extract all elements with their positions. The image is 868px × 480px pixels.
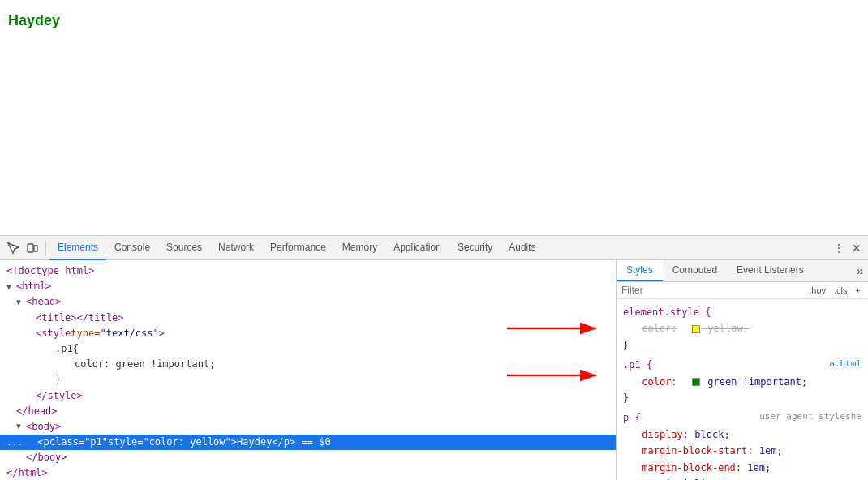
filter-buttons: :hov .cls + [806,285,863,296]
tab-application[interactable]: Application [385,236,449,260]
styles-content: element.style { color: yellow; } .p1 { a… [617,299,868,480]
select-element-icon[interactable] [3,238,23,258]
html-line: ▼ <head> [0,294,616,310]
yellow-swatch[interactable] [692,325,700,333]
html-line: <style type= "text/css" > [0,326,616,341]
main-page: Haydey [0,0,868,235]
tab-network[interactable]: Network [210,236,262,260]
tab-sources[interactable]: Sources [158,236,210,260]
tab-elements[interactable]: Elements [49,236,106,260]
devtools-panel: Elements Console Sources Network Perform… [0,235,868,480]
styles-tab-styles[interactable]: Styles [617,260,663,281]
toolbar-separator [45,241,46,255]
html-panel[interactable]: <!doctype html> ▼ <html> ▼ <head> <title… [0,260,617,480]
html-line: ▼ <body> [0,419,616,435]
tab-console[interactable]: Console [106,236,158,260]
styles-tab-computed[interactable]: Computed [663,260,727,281]
green-swatch[interactable] [692,378,700,386]
cls-filter-btn[interactable]: .cls [831,285,850,296]
style-rule-element: element.style { color: yellow; } [617,302,868,355]
html-line: <title></title> [0,311,616,326]
filter-input[interactable] [621,285,806,296]
style-rule-p1: .p1 { a.html color: green !important; } [617,355,868,408]
html-line: </style> [0,388,616,404]
devtools-toolbar: Elements Console Sources Network Perform… [0,236,868,260]
html-line: <!doctype html> [0,264,616,279]
styles-panel: Styles Computed Event Listeners » :hov .… [617,260,868,480]
style-rule-p: p { user agent styleshe display: block; … [617,408,868,480]
more-tools-icon[interactable]: ⋮ [831,240,847,256]
html-line: .p1{ [0,341,616,357]
tab-memory[interactable]: Memory [334,236,385,260]
svg-rect-1 [34,246,37,251]
add-style-btn[interactable]: + [853,285,863,296]
toolbar-end: ⋮ ✕ [831,240,865,256]
tab-performance[interactable]: Performance [262,236,334,260]
styles-tabs: Styles Computed Event Listeners » [617,260,868,282]
svg-rect-0 [28,244,33,252]
styles-filter-bar: :hov .cls + [617,282,868,299]
html-line-selected[interactable]: ... <p class= "p1" style= "color: yellow… [0,435,616,450]
html-line: </head> [0,404,616,419]
close-devtools-icon[interactable]: ✕ [849,240,865,256]
html-line: </html> [0,465,616,480]
devtools-body: <!doctype html> ▼ <html> ▼ <head> <title… [0,260,868,480]
device-toggle-icon[interactable] [23,238,42,258]
page-title: Haydey [8,12,60,29]
html-line: } [0,372,616,388]
tab-security[interactable]: Security [449,236,501,260]
tab-audits[interactable]: Audits [501,236,544,260]
styles-tab-event-listeners[interactable]: Event Listeners [727,260,814,281]
styles-tab-more-icon[interactable]: » [852,260,868,281]
html-line: color: green !important; [0,357,616,372]
html-line: ▼ <html> [0,279,616,294]
html-line: </body> [0,450,616,465]
hov-filter-btn[interactable]: :hov [806,285,828,296]
